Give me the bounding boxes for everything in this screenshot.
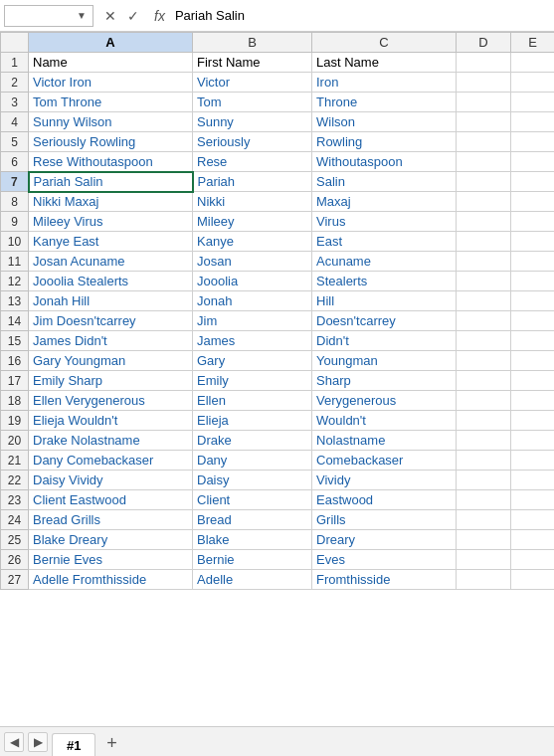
cell-e27[interactable] <box>511 570 555 590</box>
cell-b7[interactable]: Pariah <box>193 172 312 192</box>
cell-e26[interactable] <box>511 550 555 570</box>
cell-d20[interactable] <box>457 431 511 451</box>
cell-e22[interactable] <box>511 471 555 490</box>
cell-a5[interactable]: Seriously Rowling <box>29 132 193 152</box>
cell-d27[interactable] <box>457 570 511 590</box>
cell-e3[interactable] <box>511 93 555 112</box>
cell-c8[interactable]: Maxaj <box>312 192 457 212</box>
row-number-8[interactable]: 8 <box>1 192 29 212</box>
cell-a2[interactable]: Victor Iron <box>29 73 193 93</box>
cell-c7[interactable]: Salin <box>312 172 457 192</box>
cell-b15[interactable]: James <box>193 331 312 351</box>
cell-e14[interactable] <box>511 311 555 331</box>
cell-e21[interactable] <box>511 451 555 471</box>
cell-d10[interactable] <box>457 232 511 252</box>
cell-d7[interactable] <box>457 172 511 192</box>
cell-d8[interactable] <box>457 192 511 212</box>
cell-d2[interactable] <box>457 73 511 93</box>
cell-d21[interactable] <box>457 451 511 471</box>
cell-a26[interactable]: Bernie Eves <box>29 550 193 570</box>
cell-e19[interactable] <box>511 411 555 431</box>
cell-a3[interactable]: Tom Throne <box>29 93 193 112</box>
row-number-13[interactable]: 13 <box>1 291 29 311</box>
cell-e12[interactable] <box>511 272 555 291</box>
cell-c25[interactable]: Dreary <box>312 530 457 550</box>
cell-c19[interactable]: Wouldn't <box>312 411 457 431</box>
row-number-3[interactable]: 3 <box>1 93 29 112</box>
cell-a8[interactable]: Nikki Maxaj <box>29 192 193 212</box>
sheet-nav-next-button[interactable]: ▶ <box>28 732 48 752</box>
cell-c23[interactable]: Eastwood <box>312 490 457 510</box>
cell-c5[interactable]: Rowling <box>312 132 457 152</box>
row-number-22[interactable]: 22 <box>1 471 29 490</box>
row-number-27[interactable]: 27 <box>1 570 29 590</box>
col-header-e[interactable]: E <box>511 33 555 53</box>
cell-b18[interactable]: Ellen <box>193 391 312 411</box>
cell-d25[interactable] <box>457 530 511 550</box>
cell-d9[interactable] <box>457 212 511 232</box>
cell-b4[interactable]: Sunny <box>193 112 312 132</box>
cell-d12[interactable] <box>457 272 511 291</box>
cell-b27[interactable]: Adelle <box>193 570 312 590</box>
col-header-a[interactable]: A <box>29 33 193 53</box>
cell-b22[interactable]: Daisy <box>193 471 312 490</box>
cell-b1[interactable]: First Name <box>193 53 312 73</box>
cell-a23[interactable]: Client Eastwood <box>29 490 193 510</box>
cell-e16[interactable] <box>511 351 555 371</box>
sheet-nav-prev-button[interactable]: ◀ <box>4 732 24 752</box>
row-number-15[interactable]: 15 <box>1 331 29 351</box>
cell-c14[interactable]: Doesn'tcarrey <box>312 311 457 331</box>
cell-b2[interactable]: Victor <box>193 73 312 93</box>
cell-b24[interactable]: Bread <box>193 510 312 530</box>
row-number-18[interactable]: 18 <box>1 391 29 411</box>
cell-c16[interactable]: Youngman <box>312 351 457 371</box>
row-number-1[interactable]: 1 <box>1 53 29 73</box>
cell-reference-box[interactable]: ▼ <box>4 5 93 27</box>
row-number-11[interactable]: 11 <box>1 252 29 272</box>
cell-b6[interactable]: Rese <box>193 152 312 172</box>
cell-e25[interactable] <box>511 530 555 550</box>
row-number-19[interactable]: 19 <box>1 411 29 431</box>
cell-c11[interactable]: Acuname <box>312 252 457 272</box>
cell-b26[interactable]: Bernie <box>193 550 312 570</box>
cancel-formula-button[interactable]: ✕ <box>99 5 121 27</box>
col-header-b[interactable]: B <box>193 33 312 53</box>
cell-d17[interactable] <box>457 371 511 391</box>
cell-c10[interactable]: East <box>312 232 457 252</box>
cell-b11[interactable]: Josan <box>193 252 312 272</box>
confirm-formula-button[interactable]: ✓ <box>122 5 144 27</box>
cell-e8[interactable] <box>511 192 555 212</box>
cell-d4[interactable] <box>457 112 511 132</box>
cell-a15[interactable]: James Didn't <box>29 331 193 351</box>
cell-c3[interactable]: Throne <box>312 93 457 112</box>
cell-c26[interactable]: Eves <box>312 550 457 570</box>
cell-c6[interactable]: Withoutaspoon <box>312 152 457 172</box>
cell-c4[interactable]: Wilson <box>312 112 457 132</box>
cell-b13[interactable]: Jonah <box>193 291 312 311</box>
cell-d5[interactable] <box>457 132 511 152</box>
row-number-25[interactable]: 25 <box>1 530 29 550</box>
row-number-20[interactable]: 20 <box>1 431 29 451</box>
cell-e1[interactable] <box>511 53 555 73</box>
row-number-7[interactable]: 7 <box>1 172 29 192</box>
cell-a9[interactable]: Mileey Virus <box>29 212 193 232</box>
cell-b5[interactable]: Seriously <box>193 132 312 152</box>
row-number-21[interactable]: 21 <box>1 451 29 471</box>
cell-e10[interactable] <box>511 232 555 252</box>
cell-a12[interactable]: Jooolia Stealerts <box>29 272 193 291</box>
cell-b23[interactable]: Client <box>193 490 312 510</box>
row-number-23[interactable]: 23 <box>1 490 29 510</box>
cell-c22[interactable]: Vividy <box>312 471 457 490</box>
cell-a25[interactable]: Blake Dreary <box>29 530 193 550</box>
cell-e9[interactable] <box>511 212 555 232</box>
cell-c18[interactable]: Verygenerous <box>312 391 457 411</box>
cell-a7[interactable]: Pariah Salin <box>29 172 193 192</box>
cell-a17[interactable]: Emily Sharp <box>29 371 193 391</box>
cell-b10[interactable]: Kanye <box>193 232 312 252</box>
cell-c27[interactable]: Fromthisside <box>312 570 457 590</box>
cell-a22[interactable]: Daisy Vividy <box>29 471 193 490</box>
row-number-24[interactable]: 24 <box>1 510 29 530</box>
row-number-26[interactable]: 26 <box>1 550 29 570</box>
cell-c1[interactable]: Last Name <box>312 53 457 73</box>
row-number-4[interactable]: 4 <box>1 112 29 132</box>
